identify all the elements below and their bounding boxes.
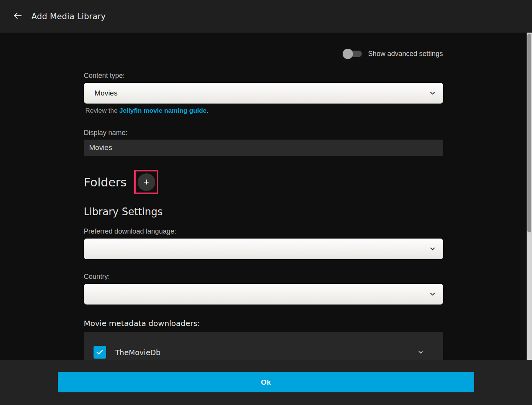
scrollbar-thumb[interactable] bbox=[527, 34, 531, 232]
app-header: Add Media Library bbox=[0, 0, 532, 33]
country-select[interactable] bbox=[84, 284, 443, 305]
chevron-down-icon bbox=[429, 291, 436, 298]
arrow-left-icon bbox=[12, 10, 23, 23]
add-folder-button[interactable]: + bbox=[138, 173, 155, 191]
toggle-knob bbox=[343, 49, 353, 59]
vertical-scrollbar[interactable] bbox=[527, 33, 532, 360]
naming-guide-link[interactable]: Jellyfin movie naming guide bbox=[119, 107, 207, 114]
chevron-down-icon bbox=[429, 90, 436, 97]
advanced-settings-label: Show advanced settings bbox=[368, 50, 443, 58]
library-settings-heading: Library Settings bbox=[84, 206, 443, 217]
ok-button[interactable]: Ok bbox=[58, 372, 474, 392]
footer-bar: Ok bbox=[0, 360, 532, 405]
content-type-label: Content type: bbox=[84, 72, 443, 79]
content-type-select[interactable]: Movies bbox=[84, 83, 443, 104]
naming-guide-hint: Review the Jellyfin movie naming guide. bbox=[84, 107, 443, 115]
preferred-language-label: Preferred download language: bbox=[84, 227, 443, 235]
themoviedb-checkbox[interactable] bbox=[94, 346, 106, 359]
add-media-library-page: Add Media Library Show advanced settings… bbox=[0, 0, 532, 405]
preferred-language-select[interactable] bbox=[84, 239, 443, 259]
form-column: Show advanced settings Content type: Mov… bbox=[84, 49, 443, 360]
plus-icon: + bbox=[144, 177, 149, 187]
downloader-name: TheMovieDb bbox=[115, 348, 161, 357]
advanced-settings-row: Show advanced settings bbox=[84, 49, 443, 59]
chevron-down-icon bbox=[429, 245, 436, 253]
hint-prefix: Review the bbox=[85, 107, 120, 114]
page-title: Add Media Library bbox=[31, 12, 106, 21]
hint-suffix: . bbox=[207, 107, 209, 114]
focus-highlight-ring: + bbox=[134, 170, 158, 194]
downloader-row-themoviedb[interactable]: TheMovieDb bbox=[84, 332, 443, 359]
chevron-down-icon[interactable] bbox=[417, 349, 424, 356]
folders-heading: Folders bbox=[84, 175, 127, 189]
form-scroll-area: Show advanced settings Content type: Mov… bbox=[0, 33, 527, 360]
folders-section-header: Folders + bbox=[84, 170, 443, 194]
display-name-input[interactable] bbox=[84, 140, 443, 156]
content-type-value: Movies bbox=[95, 89, 118, 97]
country-label: Country: bbox=[84, 273, 443, 280]
metadata-downloaders-panel: TheMovieDb bbox=[84, 332, 443, 360]
advanced-settings-toggle[interactable] bbox=[343, 49, 363, 59]
check-icon bbox=[96, 348, 104, 356]
display-name-label: Display name: bbox=[84, 129, 443, 137]
back-button[interactable] bbox=[9, 8, 26, 25]
metadata-downloaders-label: Movie metadata downloaders: bbox=[84, 319, 443, 328]
